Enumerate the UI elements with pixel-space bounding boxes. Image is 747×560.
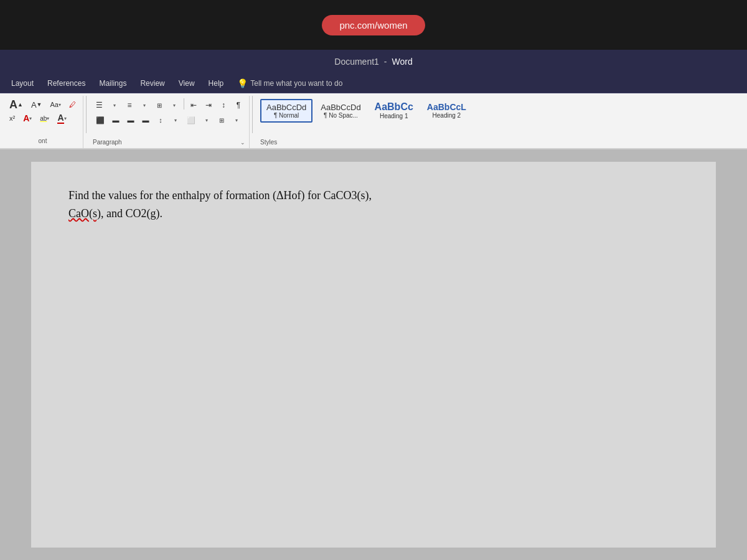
font-color-picker-btn[interactable]: 🖊 (66, 98, 79, 111)
highlight-icon: ab (40, 115, 47, 122)
style-nospace-item[interactable]: AaBbCcDd ¶ No Spac... (315, 100, 366, 122)
align-left-icon: ⇤ (190, 101, 197, 110)
align-right2-icon: ▬ (127, 116, 134, 124)
style-heading1-preview: AaBbCc (375, 101, 413, 113)
font-highlight-btn[interactable]: ab ▾ (37, 112, 52, 124)
paragraph-label: Paragraph (93, 139, 122, 146)
sort-icon: ↕ (222, 101, 225, 110)
font-size-down-btn[interactable]: A ▼ (28, 98, 45, 111)
borders-btn[interactable]: ⊞ (215, 113, 228, 127)
list-chevron-icon: ▾ (113, 103, 116, 108)
menu-review[interactable]: Review (134, 77, 171, 90)
pilcrow-btn[interactable]: ¶ (232, 98, 245, 112)
doc-content: Find the values for the enthalpy of form… (68, 187, 679, 223)
line-spacing-icon: ↕ (159, 116, 162, 124)
style-normal-label: ¶ Normal (274, 112, 299, 119)
align-center-btn[interactable]: ▬ (109, 113, 123, 127)
chevron-down-icon: ▾ (59, 102, 61, 108)
ribbon: A ▲ A ▼ Aa ▾ 🖊 x² A ▾ ab (0, 93, 747, 149)
style-heading1-item[interactable]: AaBbCc Heading 1 (369, 98, 419, 123)
highlight-chevron-icon: ▾ (47, 116, 49, 121)
align-left2-icon: ⬛ (96, 116, 105, 124)
sort-btn[interactable]: ↕ (217, 98, 230, 112)
font-section-label: ont (6, 138, 79, 146)
a-chevron-icon: ▾ (29, 116, 32, 121)
indent-chevron-icon: ▾ (173, 103, 176, 108)
line-spacing-btn[interactable]: ↕ (154, 113, 167, 127)
font-a-btn2[interactable]: A ▾ (54, 112, 69, 124)
num-list-chevron-btn[interactable]: ▾ (138, 98, 151, 112)
menu-help[interactable]: Help (202, 77, 230, 90)
section-divider-2 (252, 96, 253, 133)
justify-btn[interactable]: ▬ (139, 113, 153, 127)
title-separator: - (384, 57, 387, 67)
indent-list-btn[interactable]: ⊞ (153, 98, 166, 112)
doc-line-2: CaO(s), and CO2(g). (68, 207, 162, 220)
paragraph-section: ☰ ▾ ≡ ▾ ⊞ ▾ ⇤ ⇥ ↕ (89, 96, 250, 148)
line-spacing-chevron-btn[interactable]: ▾ (169, 113, 182, 127)
aa-icon: Aa (50, 101, 59, 108)
styles-bottom: Styles (260, 139, 740, 146)
para-divider (184, 98, 184, 110)
font-aa-btn[interactable]: Aa ▾ (47, 98, 64, 111)
font-size-up-btn[interactable]: A ▲ (6, 98, 26, 111)
align-right-btn[interactable]: ⇥ (202, 98, 215, 112)
tell-me-text: Tell me what you want to do (250, 79, 342, 88)
font-a2-icon: A (57, 113, 63, 124)
justify-icon: ▬ (142, 116, 149, 124)
shading-btn[interactable]: ⬜ (184, 113, 199, 127)
menu-view[interactable]: View (172, 77, 201, 90)
indent-chevron-btn[interactable]: ▾ (167, 98, 181, 112)
borders-chevron-btn[interactable]: ▾ (230, 113, 243, 127)
app-name: Word (392, 57, 413, 67)
styles-row: AaBbCcDd ¶ Normal AaBbCcDd ¶ No Spac... … (260, 98, 740, 123)
browser-bar: pnc.com/women (0, 0, 747, 50)
superscript-btn[interactable]: x² (6, 112, 18, 124)
bullets-btn[interactable]: ☰ (93, 98, 106, 112)
borders-chevron-icon: ▾ (235, 118, 238, 123)
menu-mailings[interactable]: Mailings (93, 77, 133, 90)
menu-bar: Layout References Mailings Review View H… (0, 73, 747, 93)
para-bottom: Paragraph ⌄ (93, 139, 245, 146)
align-left2-btn[interactable]: ⬛ (93, 113, 108, 127)
shading-icon: ⬜ (187, 116, 195, 124)
doc-page[interactable]: Find the values for the enthalpy of form… (31, 162, 716, 548)
doc-area: Find the values for the enthalpy of form… (0, 149, 747, 560)
para-row-2: ⬛ ▬ ▬ ▬ ↕ ▾ ⬜ ▾ ⊞ (93, 113, 245, 127)
menu-layout[interactable]: Layout (5, 77, 40, 90)
style-heading2-item[interactable]: AaBbCcL Heading 2 (421, 99, 472, 122)
shading-chevron-btn[interactable]: ▾ (200, 113, 214, 127)
color-picker-icon: 🖊 (69, 101, 76, 108)
big-a-icon: A (9, 99, 17, 110)
address-bar[interactable]: pnc.com/women (322, 15, 425, 35)
indent-icon: ⊞ (157, 102, 162, 109)
document-name: Document1 (334, 57, 379, 67)
style-nospace-preview: AaBbCcDd (321, 103, 360, 112)
spacing-chevron-icon: ▾ (174, 118, 177, 123)
font-row-2: x² A ▾ ab ▾ A ▾ (6, 112, 79, 124)
style-heading2-label: Heading 2 (433, 112, 461, 119)
tell-me-bar[interactable]: 💡 Tell me what you want to do (237, 78, 342, 88)
doc-line-1: Find the values for the enthalpy of form… (68, 189, 372, 202)
num-list-btn[interactable]: ≡ (123, 98, 136, 112)
menu-references[interactable]: References (41, 77, 92, 90)
para-row-1: ☰ ▾ ≡ ▾ ⊞ ▾ ⇤ ⇥ ↕ (93, 98, 245, 112)
num-list-icon: ≡ (127, 101, 131, 110)
styles-section: AaBbCcDd ¶ Normal AaBbCcDd ¶ No Spac... … (255, 96, 745, 148)
borders-icon: ⊞ (219, 117, 224, 124)
num-list-chevron-icon: ▾ (143, 103, 146, 108)
align-right-icon: ⇥ (205, 101, 212, 110)
align-right2-btn[interactable]: ▬ (124, 113, 138, 127)
chevron-list-btn[interactable]: ▾ (108, 98, 121, 112)
font-row-1: A ▲ A ▼ Aa ▾ 🖊 (6, 98, 79, 111)
para-expand-icon[interactable]: ⌄ (240, 139, 245, 146)
superscript-down-icon: ▼ (37, 101, 42, 108)
font-section: A ▲ A ▼ Aa ▾ 🖊 x² A ▾ ab (2, 96, 83, 148)
align-left-btn[interactable]: ⇤ (187, 98, 200, 112)
style-nospace-label: ¶ No Spac... (324, 112, 358, 119)
style-normal-item[interactable]: AaBbCcDd ¶ Normal (260, 99, 312, 123)
font-a-color-btn[interactable]: A ▾ (20, 112, 35, 124)
a2-chevron-icon: ▾ (64, 116, 67, 121)
align-center-icon: ▬ (112, 116, 119, 124)
lightbulb-icon: 💡 (237, 78, 248, 88)
